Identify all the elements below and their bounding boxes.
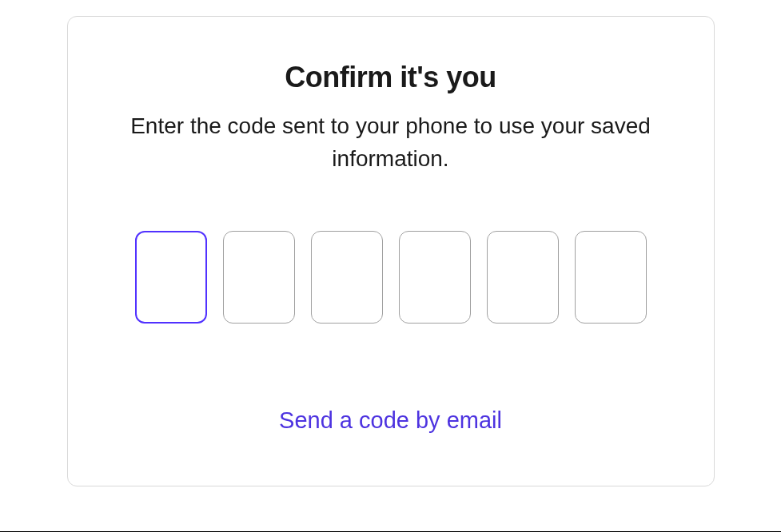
dialog-description: Enter the code sent to your phone to use… [116,110,666,175]
code-digit-5[interactable] [487,231,559,324]
code-digit-2[interactable] [223,231,295,324]
code-input-group [116,231,666,324]
code-digit-4[interactable] [399,231,471,324]
send-code-by-email-link[interactable]: Send a code by email [116,407,666,434]
code-digit-1[interactable] [135,231,207,324]
verification-card: Confirm it's you Enter the code sent to … [67,16,715,486]
code-digit-3[interactable] [311,231,383,324]
code-digit-6[interactable] [575,231,647,324]
dialog-heading: Confirm it's you [116,61,666,94]
